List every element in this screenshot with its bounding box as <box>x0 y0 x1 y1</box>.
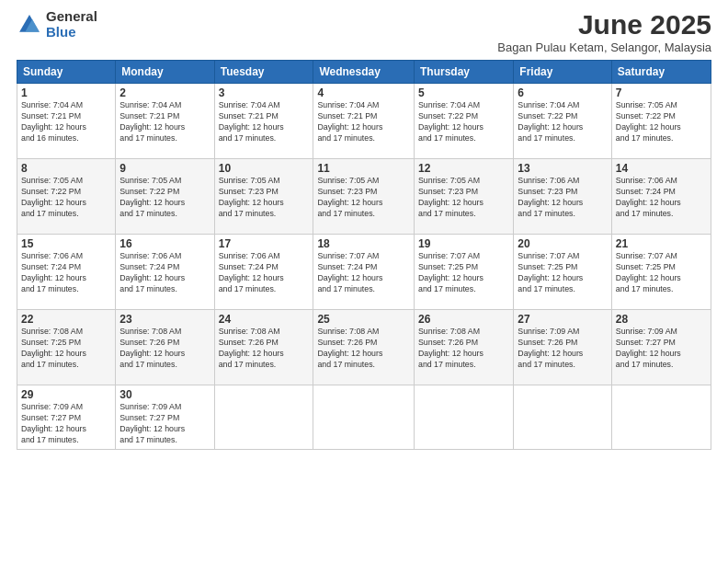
col-thursday: Thursday <box>415 61 514 84</box>
day-number: 23 <box>119 313 210 326</box>
header-row: Sunday Monday Tuesday Wednesday Thursday… <box>17 61 711 84</box>
day-info: Sunrise: 7:05 AMSunset: 7:22 PMDaylight:… <box>21 176 111 220</box>
empty-cell <box>313 385 415 450</box>
day-info: Sunrise: 7:08 AMSunset: 7:26 PMDaylight:… <box>317 327 410 371</box>
day-number: 2 <box>119 86 210 99</box>
day-info: Sunrise: 7:04 AMSunset: 7:22 PMDaylight:… <box>518 100 608 144</box>
logo: General Blue <box>17 9 97 40</box>
calendar-row: 15 Sunrise: 7:06 AMSunset: 7:24 PMDaylig… <box>17 235 711 310</box>
day-info: Sunrise: 7:09 AMSunset: 7:27 PMDaylight:… <box>21 402 111 446</box>
day-number: 11 <box>317 162 410 175</box>
day-cell: 24 Sunrise: 7:08 AMSunset: 7:26 PMDaylig… <box>214 310 313 385</box>
day-number: 19 <box>418 237 509 250</box>
day-info: Sunrise: 7:05 AMSunset: 7:22 PMDaylight:… <box>616 100 707 144</box>
day-number: 29 <box>21 388 111 401</box>
day-info: Sunrise: 7:09 AMSunset: 7:26 PMDaylight:… <box>518 327 608 371</box>
day-info: Sunrise: 7:07 AMSunset: 7:24 PMDaylight:… <box>317 251 410 295</box>
day-cell: 10 Sunrise: 7:05 AMSunset: 7:23 PMDaylig… <box>214 159 313 235</box>
day-info: Sunrise: 7:07 AMSunset: 7:25 PMDaylight:… <box>616 251 707 295</box>
day-cell: 6 Sunrise: 7:04 AMSunset: 7:22 PMDayligh… <box>514 84 612 159</box>
logo-icon <box>17 12 42 38</box>
day-number: 4 <box>317 86 410 99</box>
day-number: 15 <box>21 237 111 250</box>
day-cell: 26 Sunrise: 7:08 AMSunset: 7:26 PMDaylig… <box>415 310 514 385</box>
day-cell: 22 Sunrise: 7:08 AMSunset: 7:25 PMDaylig… <box>17 310 116 385</box>
day-number: 14 <box>616 162 707 175</box>
day-info: Sunrise: 7:09 AMSunset: 7:27 PMDaylight:… <box>616 327 707 371</box>
day-cell: 20 Sunrise: 7:07 AMSunset: 7:25 PMDaylig… <box>514 235 612 310</box>
day-cell: 8 Sunrise: 7:05 AMSunset: 7:22 PMDayligh… <box>17 159 116 235</box>
day-info: Sunrise: 7:05 AMSunset: 7:23 PMDaylight:… <box>317 176 410 220</box>
day-number: 3 <box>219 86 310 99</box>
col-wednesday: Wednesday <box>313 61 415 84</box>
day-info: Sunrise: 7:07 AMSunset: 7:25 PMDaylight:… <box>518 251 608 295</box>
day-cell: 1 Sunrise: 7:04 AMSunset: 7:21 PMDayligh… <box>17 84 116 159</box>
day-info: Sunrise: 7:04 AMSunset: 7:21 PMDaylight:… <box>219 100 310 144</box>
day-number: 16 <box>119 237 210 250</box>
day-cell: 30 Sunrise: 7:09 AMSunset: 7:27 PMDaylig… <box>116 385 214 450</box>
day-info: Sunrise: 7:05 AMSunset: 7:23 PMDaylight:… <box>219 176 310 220</box>
day-cell: 11 Sunrise: 7:05 AMSunset: 7:23 PMDaylig… <box>313 159 415 235</box>
day-info: Sunrise: 7:08 AMSunset: 7:25 PMDaylight:… <box>21 327 111 371</box>
col-monday: Monday <box>116 61 214 84</box>
day-number: 30 <box>119 388 210 401</box>
day-number: 8 <box>21 162 111 175</box>
day-cell: 18 Sunrise: 7:07 AMSunset: 7:24 PMDaylig… <box>313 235 415 310</box>
day-info: Sunrise: 7:08 AMSunset: 7:26 PMDaylight:… <box>418 327 509 371</box>
day-cell: 29 Sunrise: 7:09 AMSunset: 7:27 PMDaylig… <box>17 385 116 450</box>
calendar-row: 8 Sunrise: 7:05 AMSunset: 7:22 PMDayligh… <box>17 159 711 235</box>
day-cell: 25 Sunrise: 7:08 AMSunset: 7:26 PMDaylig… <box>313 310 415 385</box>
day-cell: 23 Sunrise: 7:08 AMSunset: 7:26 PMDaylig… <box>116 310 214 385</box>
day-number: 9 <box>119 162 210 175</box>
day-number: 20 <box>518 237 608 250</box>
day-number: 22 <box>21 313 111 326</box>
day-number: 6 <box>518 86 608 99</box>
day-number: 24 <box>219 313 310 326</box>
calendar-row: 22 Sunrise: 7:08 AMSunset: 7:25 PMDaylig… <box>17 310 711 385</box>
logo-blue: Blue <box>46 25 97 40</box>
logo-text: General Blue <box>46 9 97 40</box>
calendar-row: 29 Sunrise: 7:09 AMSunset: 7:27 PMDaylig… <box>17 385 711 450</box>
empty-cell <box>214 385 313 450</box>
col-saturday: Saturday <box>611 61 711 84</box>
day-cell: 9 Sunrise: 7:05 AMSunset: 7:22 PMDayligh… <box>116 159 214 235</box>
empty-cell <box>514 385 612 450</box>
day-number: 1 <box>21 86 111 99</box>
logo-general: General <box>46 9 97 25</box>
day-cell: 3 Sunrise: 7:04 AMSunset: 7:21 PMDayligh… <box>214 84 313 159</box>
day-cell: 7 Sunrise: 7:05 AMSunset: 7:22 PMDayligh… <box>611 84 711 159</box>
day-info: Sunrise: 7:06 AMSunset: 7:24 PMDaylight:… <box>21 251 111 295</box>
title-block: June 2025 Bagan Pulau Ketam, Selangor, M… <box>497 9 711 54</box>
day-number: 25 <box>317 313 410 326</box>
day-cell: 14 Sunrise: 7:06 AMSunset: 7:24 PMDaylig… <box>611 159 711 235</box>
day-number: 5 <box>418 86 509 99</box>
day-info: Sunrise: 7:04 AMSunset: 7:22 PMDaylight:… <box>418 100 509 144</box>
day-number: 18 <box>317 237 410 250</box>
day-cell: 12 Sunrise: 7:05 AMSunset: 7:23 PMDaylig… <box>415 159 514 235</box>
empty-cell <box>611 385 711 450</box>
col-friday: Friday <box>514 61 612 84</box>
day-info: Sunrise: 7:05 AMSunset: 7:22 PMDaylight:… <box>119 176 210 220</box>
day-cell: 15 Sunrise: 7:06 AMSunset: 7:24 PMDaylig… <box>17 235 116 310</box>
day-cell: 17 Sunrise: 7:06 AMSunset: 7:24 PMDaylig… <box>214 235 313 310</box>
day-number: 26 <box>418 313 509 326</box>
col-tuesday: Tuesday <box>214 61 313 84</box>
day-info: Sunrise: 7:06 AMSunset: 7:24 PMDaylight:… <box>616 176 707 220</box>
day-info: Sunrise: 7:05 AMSunset: 7:23 PMDaylight:… <box>418 176 509 220</box>
day-cell: 4 Sunrise: 7:04 AMSunset: 7:21 PMDayligh… <box>313 84 415 159</box>
location: Bagan Pulau Ketam, Selangor, Malaysia <box>497 40 711 54</box>
day-number: 13 <box>518 162 608 175</box>
day-cell: 16 Sunrise: 7:06 AMSunset: 7:24 PMDaylig… <box>116 235 214 310</box>
day-info: Sunrise: 7:09 AMSunset: 7:27 PMDaylight:… <box>119 402 210 446</box>
day-cell: 28 Sunrise: 7:09 AMSunset: 7:27 PMDaylig… <box>611 310 711 385</box>
day-number: 12 <box>418 162 509 175</box>
day-cell: 13 Sunrise: 7:06 AMSunset: 7:23 PMDaylig… <box>514 159 612 235</box>
day-number: 17 <box>219 237 310 250</box>
day-number: 21 <box>616 237 707 250</box>
day-info: Sunrise: 7:06 AMSunset: 7:24 PMDaylight:… <box>219 251 310 295</box>
day-cell: 21 Sunrise: 7:07 AMSunset: 7:25 PMDaylig… <box>611 235 711 310</box>
header: General Blue June 2025 Bagan Pulau Ketam… <box>17 9 711 54</box>
day-info: Sunrise: 7:06 AMSunset: 7:23 PMDaylight:… <box>518 176 608 220</box>
day-info: Sunrise: 7:08 AMSunset: 7:26 PMDaylight:… <box>219 327 310 371</box>
day-cell: 19 Sunrise: 7:07 AMSunset: 7:25 PMDaylig… <box>415 235 514 310</box>
